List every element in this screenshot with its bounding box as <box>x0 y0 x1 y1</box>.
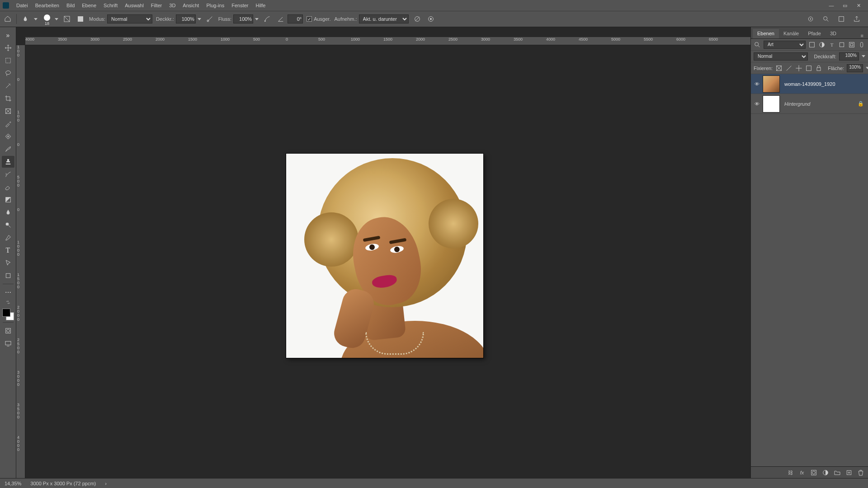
menu-hilfe[interactable]: Hilfe <box>252 0 269 11</box>
pressure-opacity-icon[interactable] <box>205 14 215 24</box>
layer-thumbnail[interactable] <box>763 95 780 113</box>
ignore-adjust-icon[interactable] <box>412 14 422 24</box>
arrange-icon[interactable] <box>836 14 846 24</box>
menu-fenster[interactable]: Fenster <box>228 0 252 11</box>
layer-filter-select[interactable]: Art <box>764 41 806 49</box>
eraser-tool[interactable] <box>2 181 14 193</box>
layer-row[interactable]: 👁Hintergrund🔒 <box>751 94 868 114</box>
brush-preview[interactable]: 18 <box>41 13 58 25</box>
layer-opacity-value[interactable]: 100% <box>839 52 859 61</box>
lock-all-icon[interactable] <box>815 65 822 72</box>
delete-layer-icon[interactable] <box>857 469 864 476</box>
group-icon[interactable] <box>834 469 841 476</box>
opacity-dropdown[interactable] <box>198 18 201 20</box>
lock-icon[interactable]: 🔒 <box>856 101 865 107</box>
blur-tool[interactable] <box>2 206 14 218</box>
zoom-level[interactable]: 14,35% <box>5 481 21 486</box>
menu-ebene[interactable]: Ebene <box>78 0 100 11</box>
lock-pixels-icon[interactable] <box>785 65 793 72</box>
stamp-tool[interactable] <box>2 156 14 168</box>
link-layers-icon[interactable]: ⛓ <box>787 469 794 476</box>
panel-menu-icon[interactable]: ≡ <box>858 33 866 38</box>
menu-3d[interactable]: 3D <box>165 0 179 11</box>
pressure-size-icon[interactable] <box>426 14 436 24</box>
tool-preset-dropdown[interactable] <box>34 18 38 20</box>
type-tool[interactable]: T <box>2 244 14 256</box>
fill-dropdown[interactable] <box>866 67 868 69</box>
healing-tool[interactable] <box>2 131 14 142</box>
menu-plug-ins[interactable]: Plug-ins <box>203 0 228 11</box>
menu-bild[interactable]: Bild <box>63 0 78 11</box>
adjustment-layer-icon[interactable] <box>822 469 829 476</box>
color-swatches[interactable] <box>2 309 14 320</box>
tool-preset-icon[interactable] <box>20 14 30 24</box>
flow-dropdown[interactable] <box>255 18 259 20</box>
filter-type-icon[interactable]: T <box>828 41 835 48</box>
brush-tool[interactable] <box>2 143 14 155</box>
tab-ebenen[interactable]: Ebenen <box>753 29 779 38</box>
filter-shape-icon[interactable] <box>838 41 845 48</box>
new-layer-icon[interactable] <box>845 469 853 476</box>
brush-settings-icon[interactable] <box>75 14 85 24</box>
visibility-icon[interactable]: 👁 <box>751 101 763 107</box>
collapse-icon[interactable]: » <box>2 29 14 41</box>
menu-datei[interactable]: Datei <box>13 0 32 11</box>
crop-tool[interactable] <box>2 93 14 104</box>
more-tools-icon[interactable]: ⋯ <box>2 286 14 298</box>
fill-value[interactable]: 100% <box>847 64 863 72</box>
maximize-button[interactable]: ▭ <box>838 0 852 11</box>
lock-nest-icon[interactable] <box>805 65 812 72</box>
shape-tool[interactable] <box>2 270 14 282</box>
search-icon[interactable] <box>821 14 831 24</box>
lasso-tool[interactable] <box>2 67 14 79</box>
dodge-tool[interactable] <box>2 219 14 231</box>
filter-adjust-icon[interactable] <box>818 41 826 48</box>
swap-colors-icon[interactable] <box>2 299 14 305</box>
visibility-icon[interactable]: 👁 <box>751 81 763 87</box>
layer-thumbnail[interactable] <box>763 75 780 93</box>
gradient-tool[interactable] <box>2 194 14 206</box>
layer-row[interactable]: 👁woman-1439909_1920 <box>751 74 868 94</box>
cloud-docs-icon[interactable] <box>806 14 816 24</box>
tab-3d[interactable]: 3D <box>826 29 841 38</box>
menu-ansicht[interactable]: Ansicht <box>179 0 203 11</box>
history-brush-tool[interactable] <box>2 169 14 180</box>
eyedropper-tool[interactable] <box>2 118 14 130</box>
close-button[interactable]: ✕ <box>852 0 865 11</box>
menu-schrift[interactable]: Schrift <box>100 0 121 11</box>
layer-blend-select[interactable]: Normal <box>754 52 808 61</box>
menu-bearbeiten[interactable]: Bearbeiten <box>32 0 63 11</box>
frame-tool[interactable] <box>2 105 14 117</box>
aligned-checkbox[interactable]: ✓ <box>307 16 312 22</box>
path-select-tool[interactable] <box>2 257 14 269</box>
marquee-tool[interactable] <box>2 55 14 66</box>
layer-name[interactable]: woman-1439909_1920 <box>784 81 856 87</box>
sample-select[interactable]: Akt. u. darunter <box>359 14 409 23</box>
lock-pos-icon[interactable] <box>795 65 802 72</box>
wand-tool[interactable] <box>2 80 14 92</box>
tab-pfade[interactable]: Pfade <box>803 29 826 38</box>
flow-value[interactable]: 100% <box>233 14 253 23</box>
status-more-icon[interactable]: › <box>105 481 107 486</box>
lock-trans-icon[interactable] <box>775 65 783 72</box>
layer-mask-icon[interactable] <box>810 469 817 476</box>
minimize-button[interactable]: — <box>825 0 838 11</box>
brush-panel-icon[interactable] <box>62 14 72 24</box>
tab-kanaele[interactable]: Kanäle <box>779 29 803 38</box>
layer-name[interactable]: Hintergrund <box>784 101 856 107</box>
quickmask-icon[interactable] <box>2 325 14 337</box>
layer-opacity-dropdown[interactable] <box>862 55 865 57</box>
home-icon[interactable] <box>3 14 13 24</box>
opacity-value[interactable]: 100% <box>176 14 196 23</box>
layer-fx-icon[interactable]: fx <box>798 469 806 476</box>
menu-filter[interactable]: Filter <box>147 0 165 11</box>
airbrush-icon[interactable] <box>262 14 272 24</box>
filter-pixel-icon[interactable] <box>808 41 816 48</box>
filter-toggle-icon[interactable] <box>858 41 865 48</box>
filter-smart-icon[interactable] <box>848 41 855 48</box>
canvas[interactable] <box>25 45 750 478</box>
angle-value[interactable]: 0° <box>288 14 303 23</box>
share-icon[interactable] <box>852 14 862 24</box>
menu-auswahl[interactable]: Auswahl <box>121 0 147 11</box>
move-tool[interactable] <box>2 42 14 54</box>
